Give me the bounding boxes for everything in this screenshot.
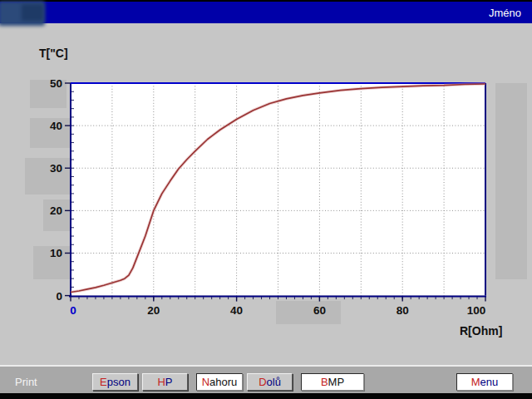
hp-button[interactable]: HP — [142, 373, 188, 391]
chart: 01020304050020406080100T["C]R[Ohm] — [0, 42, 532, 341]
hp-label: P — [165, 376, 173, 388]
chart-axislabel: R[Ohm] — [460, 324, 502, 337]
chart-ticklabel: 40 — [50, 120, 62, 132]
epson-button[interactable]: Epson — [92, 373, 138, 391]
chart-ticklabel: 20 — [50, 204, 62, 217]
chart-ticklabel: 80 — [397, 304, 409, 317]
chart-ticklabel: 50 — [50, 77, 62, 90]
dolu-hotkey: D — [259, 376, 266, 388]
dolu-button[interactable]: Dolů — [247, 373, 293, 391]
bmp-hotkey: B — [321, 376, 328, 388]
dolu-label: olů — [267, 376, 281, 388]
chart-ticklabel: 100 — [467, 304, 486, 317]
menu-button[interactable]: Menu — [456, 373, 513, 391]
blurred-logo-shade — [22, 4, 43, 21]
chart-ticklabel: 10 — [50, 247, 62, 259]
window-title: Jméno — [489, 7, 521, 19]
epson-hotkey: E — [100, 376, 107, 388]
chart-ticklabel: 20 — [147, 304, 160, 317]
app-screen: Jméno 01020304050020406080100T["C]R[Ohm]… — [0, 0, 532, 399]
hp-hotkey: H — [157, 376, 165, 388]
bmp-label: MP — [328, 376, 345, 388]
chart-ticklabel: 0 — [70, 304, 76, 317]
epson-label: pson — [107, 376, 131, 388]
menu-label: enu — [480, 376, 499, 388]
temperature-resistance-chart: 01020304050020406080100T["C]R[Ohm] — [0, 42, 532, 341]
title-bar: Jméno — [0, 2, 532, 23]
nahoru-button[interactable]: Nahoru — [196, 373, 243, 391]
chart-ticklabel: 0 — [56, 290, 62, 303]
chart-ticklabel: 30 — [50, 162, 62, 175]
nahoru-hotkey: N — [202, 376, 209, 388]
chart-ticklabel: 40 — [230, 304, 243, 317]
nahoru-label: ahoru — [209, 376, 237, 388]
print-label: Print — [15, 376, 37, 388]
bmp-button[interactable]: BMP — [301, 373, 364, 391]
menu-hotkey: M — [471, 376, 480, 388]
chart-ticklabel: 60 — [313, 304, 326, 317]
screen-bottom-edge — [0, 393, 532, 399]
chart-axislabel: T["C] — [39, 47, 68, 60]
